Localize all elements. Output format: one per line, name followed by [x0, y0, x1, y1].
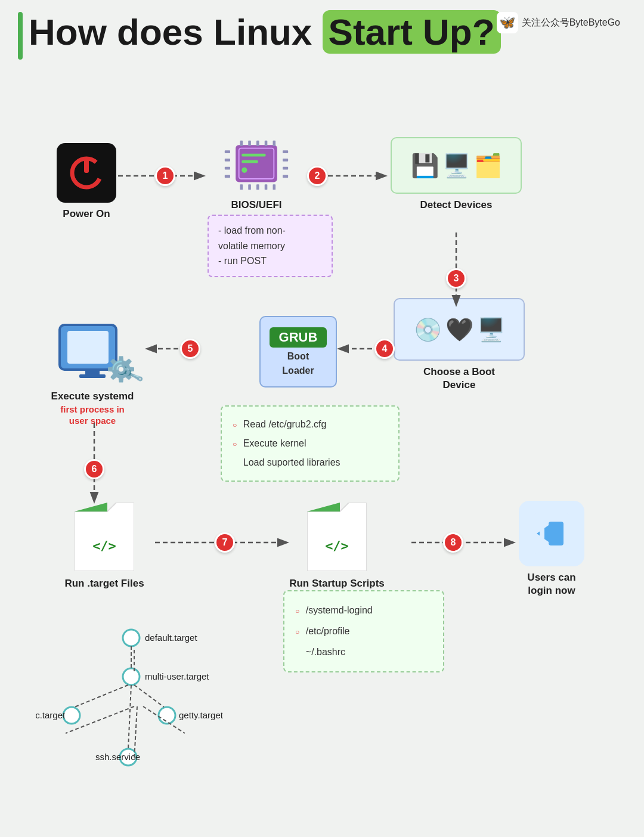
grub-badge: GRUB	[270, 327, 327, 348]
svg-rect-50	[540, 526, 544, 541]
svg-rect-36	[283, 175, 288, 178]
step-4-circle: 4	[374, 339, 395, 359]
svg-text:ssh.service: ssh.service	[95, 752, 140, 762]
svg-rect-22	[265, 141, 268, 146]
svg-text:default.target: default.target	[145, 633, 197, 643]
run-target-node: </> Run .target Files	[57, 501, 152, 590]
svg-text:</>: </>	[92, 538, 116, 553]
svg-text:Basic.target: Basic.target	[36, 710, 66, 720]
detect-devices-label: Detect Devices	[420, 199, 493, 212]
server-icon: 🖥️	[477, 317, 505, 343]
brand-text: 关注公众号ByteByteGo	[522, 17, 620, 29]
svg-point-54	[159, 707, 175, 724]
bios-note-line2: volatile memory	[218, 238, 322, 254]
grub-note-item3: Load suported libraries	[233, 453, 388, 472]
startup-note-item1: ○ /systemd-logind	[295, 600, 432, 621]
svg-rect-28	[273, 184, 276, 190]
svg-rect-34	[283, 159, 288, 162]
bios-note-line1: - load from non-	[218, 223, 322, 238]
grub-sub: Boot	[287, 351, 309, 362]
vinyl-icon: 🖤	[445, 317, 473, 343]
power-on-label: Power On	[63, 207, 110, 221]
svg-rect-17	[242, 160, 258, 163]
login-icon	[519, 501, 584, 566]
svg-line-57	[75, 685, 128, 707]
bios-node: BIOS/UEFI	[209, 137, 304, 212]
step-8-circle: 8	[443, 532, 463, 553]
grub-note: ○ Read /etc/grub2.cfg ○ Execute kernel L…	[221, 405, 400, 482]
cpu-icon: 🖥️	[442, 153, 470, 179]
svg-rect-29	[225, 150, 230, 153]
flow-diagram: 1 2 3 4 5 6 7 8 Power On	[18, 72, 626, 817]
svg-marker-41	[75, 503, 134, 571]
svg-marker-42	[75, 503, 107, 512]
startup-note-item2: ○ /etc/profile	[295, 621, 432, 641]
bios-note-line3: - run POST	[218, 253, 322, 269]
svg-rect-20	[248, 141, 251, 146]
step-1-circle: 1	[155, 166, 175, 186]
svg-rect-14	[236, 145, 277, 182]
startup-note-item3: ~/.bashrc	[295, 641, 432, 662]
ram-icon: 🗂️	[474, 153, 502, 179]
power-on-node: Power On	[51, 143, 122, 221]
bios-label: BIOS/UEFI	[231, 199, 281, 212]
grub-node: GRUB Boot Loader	[247, 316, 349, 388]
title-bar	[18, 12, 23, 60]
svg-text:</>: </>	[325, 538, 349, 553]
main-title: How does Linux Start Up?	[29, 12, 501, 52]
svg-rect-26	[256, 184, 259, 190]
detect-box: 💾 🖥️ 🗂️	[391, 137, 522, 194]
svg-rect-31	[225, 167, 230, 170]
svg-rect-19	[240, 141, 243, 146]
svg-text:getty.target: getty.target	[179, 710, 224, 720]
grub-sub2: Loader	[282, 365, 314, 376]
svg-rect-25	[248, 184, 251, 190]
svg-rect-13	[84, 157, 89, 173]
step-7-circle: 7	[215, 532, 235, 553]
target-file-icon: </>	[72, 501, 137, 572]
svg-text:multi-user.target: multi-user.target	[145, 671, 209, 681]
svg-line-59	[128, 685, 131, 749]
step-3-circle: 3	[446, 268, 466, 289]
startup-note: ○ /systemd-logind ○ /etc/profile ~/.bash…	[283, 590, 444, 672]
detect-devices-node: 💾 🖥️ 🗂️ Detect Devices	[388, 137, 525, 212]
hdd-icon: 💾	[411, 153, 439, 179]
choose-boot-label: Choose a BootDevice	[423, 365, 495, 392]
title-highlight: Start Up?	[323, 10, 501, 54]
execute-systemd-label: Execute systemd	[51, 389, 134, 404]
grub-note-item1: ○ Read /etc/grub2.cfg	[233, 415, 388, 434]
bios-note: - load from non- volatile memory - run P…	[208, 215, 333, 277]
svg-rect-21	[256, 141, 259, 146]
svg-point-18	[242, 168, 247, 173]
branding: 🦋 关注公众号ByteByteGo	[497, 12, 620, 33]
svg-line-58	[134, 685, 164, 707]
svg-rect-16	[242, 154, 265, 157]
svg-marker-44	[307, 503, 367, 571]
run-target-label: Run .target Files	[64, 577, 144, 590]
svg-rect-35	[283, 167, 288, 170]
grub-box: GRUB Boot Loader	[259, 316, 337, 388]
boot-device-box: 💿 🖤 🖥️	[394, 298, 525, 361]
svg-rect-40	[79, 374, 106, 378]
run-startup-node: </> Run Startup Scripts	[289, 501, 385, 590]
svg-point-51	[123, 630, 140, 646]
step-2-circle: 2	[307, 166, 327, 186]
svg-rect-32	[225, 175, 230, 178]
power-icon	[57, 143, 116, 203]
step-6-circle: 6	[84, 459, 104, 479]
step-5-circle: 5	[180, 339, 200, 359]
startup-file-icon: </>	[304, 501, 370, 572]
svg-rect-38	[67, 331, 109, 364]
svg-rect-33	[283, 150, 288, 153]
brand-icon: 🦋	[497, 12, 518, 33]
title-prefix: How does Linux	[29, 11, 323, 52]
svg-rect-27	[265, 184, 268, 190]
first-process-label: first process inuser space	[60, 404, 125, 427]
svg-point-52	[123, 668, 140, 685]
run-startup-label: Run Startup Scripts	[289, 577, 385, 590]
svg-rect-48	[549, 522, 564, 545]
title-area: How does Linux Start Up? 🦋 关注公众号ByteByte…	[18, 12, 626, 60]
grub-note-item2: ○ Execute kernel	[233, 434, 388, 453]
svg-marker-45	[307, 503, 340, 512]
choose-boot-node: 💿 🖤 🖥️ Choose a BootDevice	[391, 298, 528, 392]
